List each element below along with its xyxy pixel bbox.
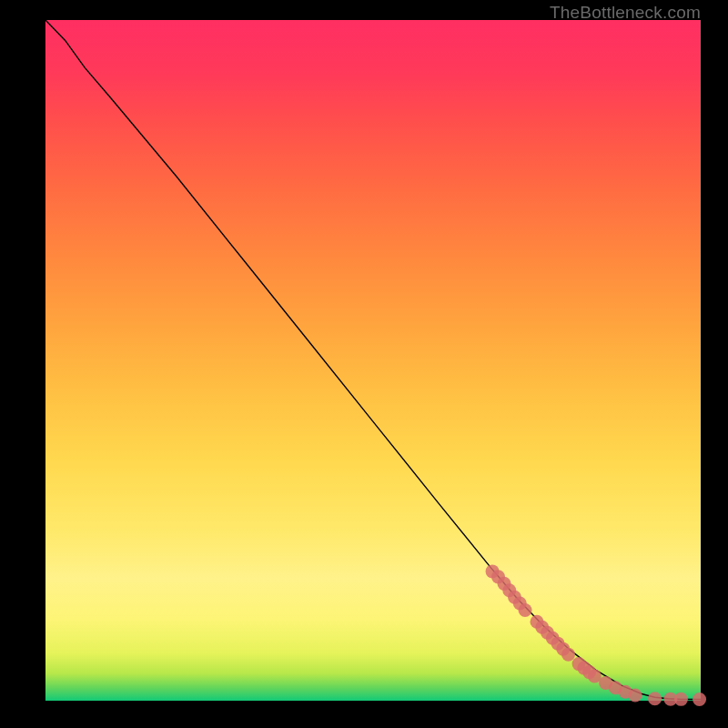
attribution-text: TheBottleneck.com <box>550 3 701 23</box>
chart-frame: TheBottleneck.com <box>0 0 728 728</box>
data-point <box>693 693 706 706</box>
data-point <box>629 689 642 703</box>
line-series <box>46 20 701 700</box>
data-point <box>648 692 662 705</box>
bottleneck-curve <box>46 20 701 700</box>
plot-area <box>46 20 701 701</box>
data-point <box>674 693 688 706</box>
data-point <box>561 648 575 662</box>
chart-svg <box>46 20 701 701</box>
marker-series <box>486 564 707 706</box>
data-point <box>519 603 532 617</box>
